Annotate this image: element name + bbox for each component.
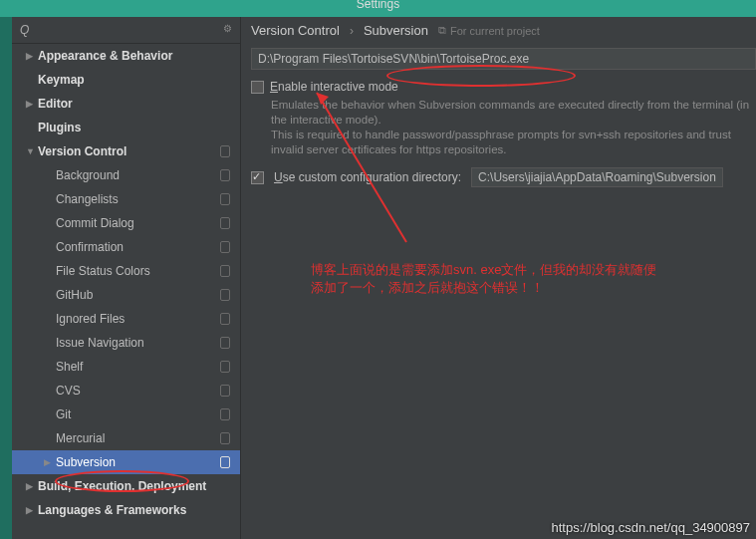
scope-badge-icon bbox=[220, 169, 230, 181]
expand-arrow-icon[interactable]: ▶ bbox=[26, 99, 33, 109]
sidebar-item-editor[interactable]: ▶Editor bbox=[12, 92, 240, 116]
scope-badge-icon bbox=[220, 337, 230, 349]
sidebar-item-label: Background bbox=[56, 168, 120, 182]
expand-arrow-icon[interactable]: ▶ bbox=[26, 481, 33, 491]
expand-arrow-icon[interactable]: ▶ bbox=[26, 505, 33, 515]
sidebar-item-label: Shelf bbox=[56, 360, 83, 374]
sidebar-item-label: Subversion bbox=[56, 455, 116, 469]
enable-interactive-checkbox[interactable] bbox=[251, 81, 264, 94]
sidebar-item-commit-dialog[interactable]: Commit Dialog bbox=[12, 211, 240, 235]
scope-label: ⧉ For current project bbox=[438, 24, 540, 37]
sidebar-item-file-status-colors[interactable]: File Status Colors bbox=[12, 259, 240, 283]
breadcrumb-root[interactable]: Version Control bbox=[251, 23, 340, 38]
sidebar-item-label: Confirmation bbox=[56, 240, 124, 254]
search-row: ⚙ bbox=[12, 17, 240, 44]
scope-badge-icon bbox=[220, 361, 230, 373]
help-text-2: This is required to handle password/pass… bbox=[271, 128, 756, 157]
scope-badge-icon bbox=[220, 145, 230, 157]
annotation-text: 博客上面说的是需要添加svn. exe文件，但我的却没有就随便 添加了一个，添加… bbox=[311, 261, 739, 297]
sidebar-item-label: Ignored Files bbox=[56, 312, 125, 326]
svn-path-field[interactable]: D:\Program Files\TortoiseSVN\bin\Tortois… bbox=[251, 48, 756, 70]
search-icon bbox=[20, 23, 29, 37]
sidebar-item-appearance-behavior[interactable]: ▶Appearance & Behavior bbox=[12, 44, 240, 68]
sidebar-item-version-control[interactable]: ▼Version Control bbox=[12, 139, 240, 163]
sidebar-item-label: Changelists bbox=[56, 192, 119, 206]
scope-badge-icon bbox=[220, 193, 230, 205]
custom-config-row[interactable]: Use custom configuration directory: C:\U… bbox=[251, 167, 756, 187]
custom-config-checkbox[interactable] bbox=[251, 171, 264, 184]
expand-arrow-icon[interactable]: ▶ bbox=[44, 457, 51, 467]
enable-interactive-label: Enable interactive mode bbox=[270, 80, 398, 94]
sidebar-item-background[interactable]: Background bbox=[12, 163, 240, 187]
scope-badge-icon bbox=[220, 217, 230, 229]
sidebar-item-confirmation[interactable]: Confirmation bbox=[12, 235, 240, 259]
content-area: ⚙ ▶Appearance & BehaviorKeymap▶EditorPlu… bbox=[0, 17, 756, 539]
expand-arrow-icon[interactable]: ▶ bbox=[26, 51, 33, 61]
copy-icon: ⧉ bbox=[438, 24, 446, 37]
sidebar-item-github[interactable]: GitHub bbox=[12, 283, 240, 307]
sidebar-item-label: Editor bbox=[38, 97, 73, 111]
sidebar-item-git[interactable]: Git bbox=[12, 403, 240, 426]
sidebar-item-issue-navigation[interactable]: Issue Navigation bbox=[12, 331, 240, 355]
main-panel: Version Control › Subversion ⧉ For curre… bbox=[241, 17, 756, 539]
sidebar: ⚙ ▶Appearance & BehaviorKeymap▶EditorPlu… bbox=[12, 17, 241, 539]
breadcrumb-sep: › bbox=[350, 24, 354, 38]
sidebar-item-label: Mercurial bbox=[56, 431, 105, 445]
sidebar-item-label: File Status Colors bbox=[56, 264, 150, 278]
scope-badge-icon bbox=[220, 289, 230, 301]
scope-badge-icon bbox=[220, 265, 230, 277]
sidebar-item-label: Version Control bbox=[38, 144, 126, 158]
sidebar-item-label: Issue Navigation bbox=[56, 336, 144, 350]
scope-badge-icon bbox=[220, 408, 230, 420]
watermark: https://blog.csdn.net/qq_34900897 bbox=[552, 520, 751, 535]
sidebar-item-ignored-files[interactable]: Ignored Files bbox=[12, 307, 240, 331]
custom-config-label: Use custom configuration directory: bbox=[274, 170, 461, 184]
sidebar-item-languages-frameworks[interactable]: ▶Languages & Frameworks bbox=[12, 498, 240, 522]
sidebar-item-changelists[interactable]: Changelists bbox=[12, 187, 240, 211]
window-title: Settings bbox=[357, 0, 399, 9]
sidebar-item-label: Plugins bbox=[38, 121, 81, 135]
breadcrumb: Version Control › Subversion ⧉ For curre… bbox=[251, 23, 756, 38]
sidebar-item-build-execution-deployment[interactable]: ▶Build, Execution, Deployment bbox=[12, 474, 240, 498]
settings-tree: ▶Appearance & BehaviorKeymap▶EditorPlugi… bbox=[12, 44, 240, 539]
sidebar-item-label: GitHub bbox=[56, 288, 93, 302]
sidebar-item-subversion[interactable]: ▶Subversion bbox=[12, 450, 240, 474]
sidebar-item-shelf[interactable]: Shelf bbox=[12, 355, 240, 379]
scope-badge-icon bbox=[220, 385, 230, 397]
search-input[interactable] bbox=[33, 23, 202, 37]
breadcrumb-leaf: Subversion bbox=[364, 23, 428, 38]
custom-config-field[interactable]: C:\Users\jiajia\AppData\Roaming\Subversi… bbox=[471, 167, 723, 187]
sidebar-item-label: Git bbox=[56, 407, 71, 421]
expand-arrow-icon[interactable]: ▼ bbox=[26, 146, 35, 156]
gear-icon[interactable]: ⚙ bbox=[223, 23, 232, 34]
scope-badge-icon bbox=[220, 313, 230, 325]
sidebar-item-mercurial[interactable]: Mercurial bbox=[12, 426, 240, 450]
title-bar: Settings bbox=[0, 0, 756, 17]
sidebar-item-label: CVS bbox=[56, 384, 81, 398]
sidebar-item-label: Keymap bbox=[38, 73, 85, 87]
scope-badge-icon bbox=[220, 456, 230, 468]
sidebar-item-label: Build, Execution, Deployment bbox=[38, 479, 206, 493]
scope-badge-icon bbox=[220, 432, 230, 444]
sidebar-item-label: Languages & Frameworks bbox=[38, 503, 186, 517]
sidebar-item-plugins[interactable]: Plugins bbox=[12, 116, 240, 139]
left-gutter bbox=[0, 17, 12, 539]
scope-badge-icon bbox=[220, 241, 230, 253]
help-text-1: Emulates the behavior when Subversion co… bbox=[271, 98, 756, 128]
sidebar-item-cvs[interactable]: CVS bbox=[12, 379, 240, 403]
sidebar-item-label: Commit Dialog bbox=[56, 216, 134, 230]
enable-interactive-row[interactable]: Enable interactive mode bbox=[251, 80, 756, 94]
form: D:\Program Files\TortoiseSVN\bin\Tortois… bbox=[251, 48, 756, 187]
sidebar-item-label: Appearance & Behavior bbox=[38, 49, 172, 63]
sidebar-item-keymap[interactable]: Keymap bbox=[12, 68, 240, 92]
